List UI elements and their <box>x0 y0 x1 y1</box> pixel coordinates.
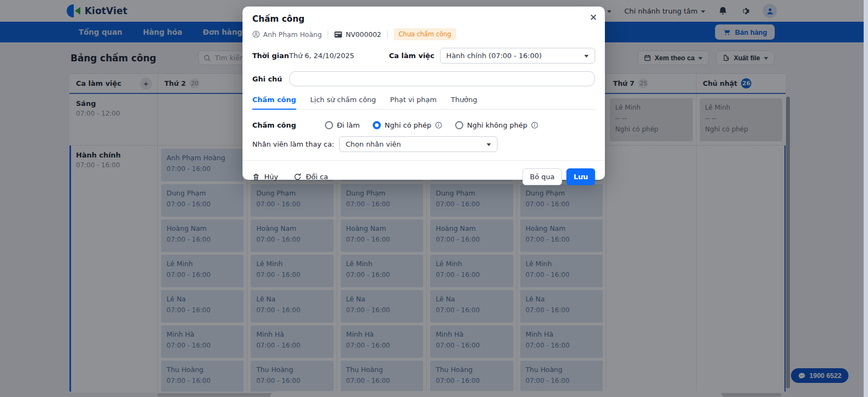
status-badge: Chưa chấm công <box>394 28 456 40</box>
employee-name: Anh Phạm Hoàng <box>263 30 322 39</box>
radio-nghỉ-không-phép[interactable]: Nghỉ không phép <box>455 121 538 129</box>
modal-title: Chấm công <box>252 14 595 24</box>
divider <box>387 30 388 39</box>
skip-button[interactable]: Bỏ qua <box>522 168 562 185</box>
attendance-modal: Chấm công ✕ Anh Phạm Hoàng NV000002 Chưa… <box>242 7 605 180</box>
change-shift-button[interactable]: Đổi ca <box>293 173 328 181</box>
employee-code: NV000002 <box>346 30 381 39</box>
substitute-select-value: Chọn nhân viên <box>346 140 401 148</box>
divider <box>328 30 328 39</box>
time-label: Thời gian <box>252 52 289 60</box>
tab-lịch-sử-chấm-công[interactable]: Lịch sử chấm công <box>310 96 376 110</box>
substitute-select[interactable]: Chọn nhân viên <box>339 136 497 152</box>
shift-label: Ca làm việc <box>389 52 435 60</box>
time-value: Thứ 6, 24/10/2025 <box>289 52 354 60</box>
tab-chấm-công[interactable]: Chấm công <box>252 96 296 110</box>
note-label: Ghi chú <box>252 75 289 83</box>
info-icon <box>435 122 442 129</box>
delete-label: Hủy <box>264 173 278 181</box>
change-shift-label: Đổi ca <box>306 173 328 181</box>
substitute-label: Nhân viên làm thay ca: <box>252 140 334 148</box>
radio-đi-làm[interactable]: Đi làm <box>325 121 360 129</box>
note-input[interactable] <box>289 71 595 86</box>
close-icon[interactable]: ✕ <box>590 13 597 22</box>
attendance-label: Chấm công <box>252 121 307 129</box>
modal-tabs: Chấm côngLịch sử chấm côngPhạt vi phạmTh… <box>252 96 595 110</box>
radio-nghỉ-có-phép[interactable]: Nghỉ có phép <box>373 121 442 129</box>
modal-employee-code: NV000002 <box>334 30 381 39</box>
radio-circle <box>325 121 333 129</box>
delete-attendance-button[interactable]: Hủy <box>252 173 278 181</box>
chevron-down-icon <box>487 143 491 146</box>
page: KiotViet Tiếng Việt Chi nhánh trung tâm <box>0 0 868 397</box>
modal-footer: Hủy Đổi ca Bỏ qua Lưu <box>242 160 605 187</box>
radio-label: Nghỉ có phép <box>385 121 431 129</box>
chevron-down-icon <box>584 55 589 58</box>
tab-thưởng[interactable]: Thưởng <box>451 96 477 110</box>
radio-label: Nghỉ không phép <box>467 121 527 129</box>
save-button[interactable]: Lưu <box>566 168 595 185</box>
radio-circle <box>455 121 463 129</box>
browser-scrollbar[interactable] <box>864 0 868 397</box>
swap-shift-icon <box>293 173 302 181</box>
trash-icon <box>252 173 260 181</box>
person-icon <box>252 30 260 38</box>
modal-employee: Anh Phạm Hoàng <box>252 30 322 39</box>
id-card-icon <box>334 31 342 38</box>
info-icon <box>531 122 538 129</box>
radio-circle <box>373 121 381 129</box>
shift-select[interactable]: Hành chính (07:00 - 16:00) <box>440 48 595 64</box>
radio-label: Đi làm <box>337 121 360 129</box>
shift-select-value: Hành chính (07:00 - 16:00) <box>446 52 542 60</box>
tab-phạt-vi-phạm[interactable]: Phạt vi phạm <box>390 96 437 110</box>
